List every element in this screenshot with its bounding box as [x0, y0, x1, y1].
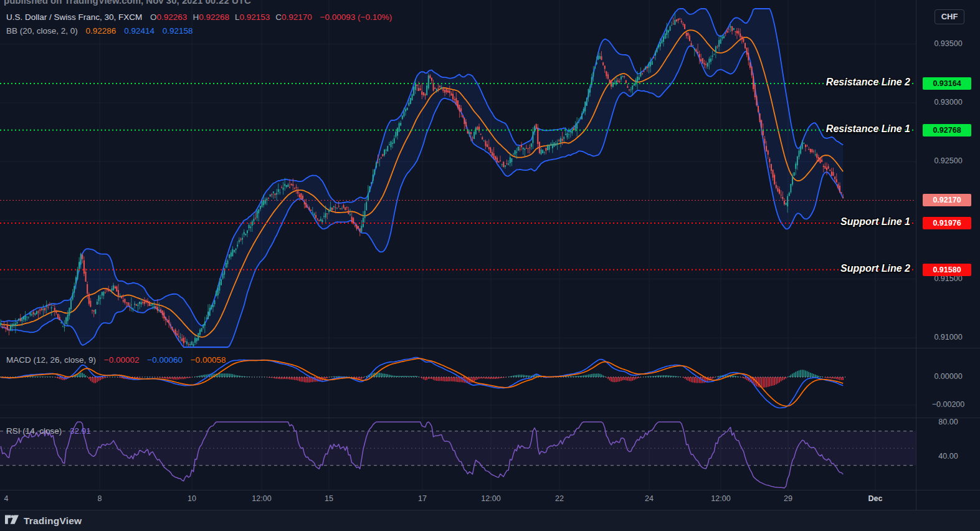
time-tick: 17 [405, 494, 440, 503]
price-tick: 0.91000 [920, 333, 976, 342]
time-tick: 8 [82, 494, 117, 503]
level-price-label[interactable]: 0.91976 [923, 217, 971, 229]
time-tick: Dec [858, 494, 893, 503]
time-tick: 22 [542, 494, 577, 503]
rsi-pane [0, 422, 916, 488]
rsi-tick: 40.00 [920, 452, 976, 461]
footer-bar: TradingView [0, 510, 980, 531]
level-price-label[interactable]: 0.92768 [923, 124, 971, 136]
rsi-tick: 80.00 [920, 418, 976, 426]
time-tick: 15 [312, 494, 346, 503]
time-tick: 29 [771, 494, 806, 503]
macd-tick: 0.00000 [920, 372, 976, 381]
time-tick: 24 [632, 494, 667, 503]
time-axis[interactable]: 481012:00151712:00222412:0029Dec [0, 490, 916, 510]
brand-name[interactable]: TradingView [24, 515, 82, 527]
last-price-label[interactable]: 0.92170 [923, 194, 971, 206]
price-scale[interactable]: CHF 0.935000.930000.925000.915000.910000… [916, 0, 980, 510]
chart-plot[interactable] [0, 0, 916, 510]
time-tick: 12:00 [703, 494, 738, 503]
macd-tick: −0.00200 [920, 400, 976, 409]
time-tick: 4 [0, 494, 24, 503]
price-tick: 0.92500 [920, 156, 976, 165]
price-tick: 0.93000 [920, 98, 976, 107]
price-tick: 0.93500 [920, 39, 976, 48]
time-tick: 10 [174, 494, 209, 503]
pane-separator-macd-rsi[interactable] [0, 418, 980, 418]
currency-button[interactable]: CHF [935, 9, 964, 24]
time-tick: 12:00 [244, 494, 279, 503]
pane-separator-main-macd[interactable] [0, 348, 980, 348]
level-price-label[interactable]: 0.91580 [923, 264, 971, 276]
macd-line [1, 358, 843, 408]
level-price-label[interactable]: 0.93164 [923, 77, 971, 90]
macd-signal-line [1, 358, 843, 406]
time-tick: 12:00 [473, 494, 508, 503]
tradingview-logo[interactable] [5, 515, 19, 527]
bollinger-band [1, 9, 843, 347]
tradingview-chart-window: published on TradingView.com, Nov 30, 20… [0, 0, 980, 531]
